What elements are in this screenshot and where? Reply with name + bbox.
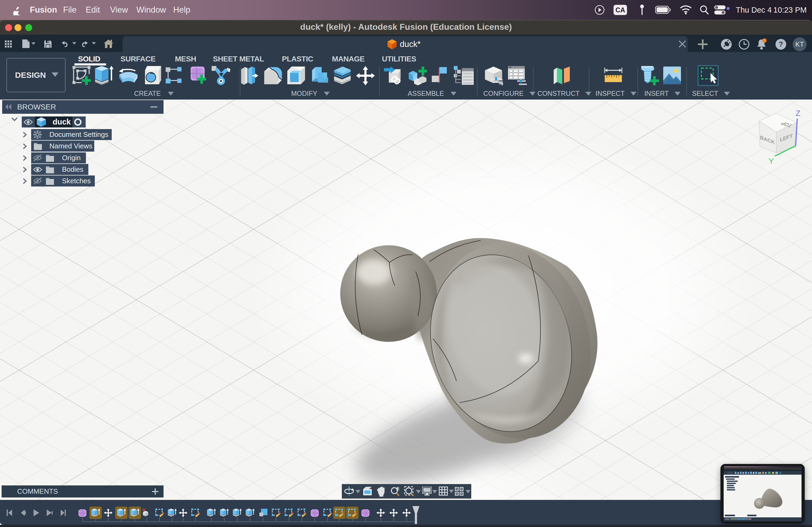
svg-text:?: ? (779, 40, 783, 48)
svg-text:Y: Y (768, 156, 774, 165)
svg-text:Z: Z (796, 109, 800, 118)
